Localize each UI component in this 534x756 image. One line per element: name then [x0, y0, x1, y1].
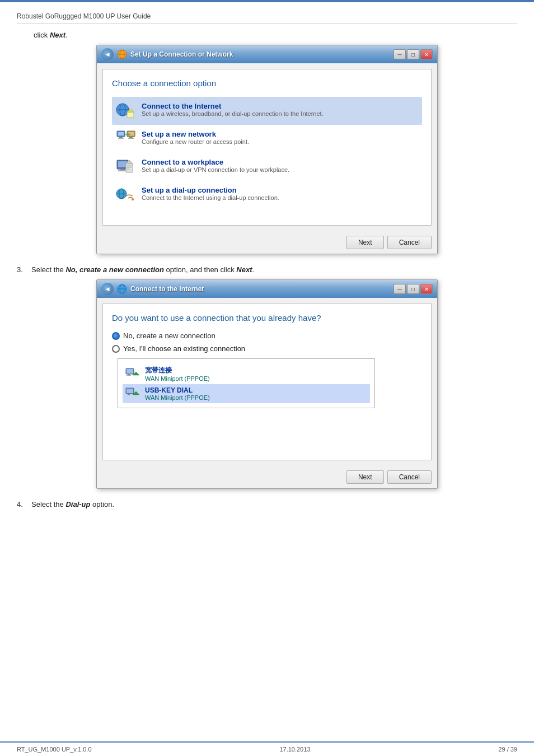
document-header-title: Robustel GoRuggged M1000 UP User Guide	[17, 8, 517, 24]
step3-number: 3.	[17, 265, 28, 274]
svg-rect-9	[118, 132, 124, 136]
option2-desc: Configure a new router or access point.	[142, 138, 418, 145]
svg-rect-36	[128, 374, 130, 375]
dialog1-close-button[interactable]: ✕	[420, 49, 433, 59]
dialog1-heading: Choose a connection option	[112, 78, 422, 88]
connection-item-broadband[interactable]: 宽带连接 WAN Miniport (PPPOE)	[123, 363, 370, 384]
dialup-icon	[116, 186, 136, 204]
dialog2-minimize-button[interactable]: ─	[394, 284, 406, 294]
svg-rect-10	[119, 137, 123, 138]
workplace-icon	[116, 158, 136, 176]
option-dialup[interactable]: Set up a dial-up connection Connect to t…	[112, 181, 422, 209]
dialog1-content: Choose a connection option Connect to th…	[102, 69, 432, 226]
radio-no-new-connection[interactable]: No, create a new connection	[112, 332, 422, 340]
dialog2-cancel-button[interactable]: Cancel	[387, 470, 432, 484]
option-connect-internet[interactable]: Connect to the Internet Set up a wireles…	[112, 97, 422, 125]
dialog2-restore-button[interactable]: □	[407, 284, 419, 294]
connect-internet-icon	[116, 102, 136, 120]
dialog1-minimize-button[interactable]: ─	[394, 49, 406, 59]
option3-title: Connect to a workplace	[142, 158, 418, 166]
step4-container: 4. Select the Dial-up option.	[17, 500, 517, 508]
step3-text: Select the No, create a new connection o…	[31, 265, 254, 274]
dialog1-title-icon	[117, 49, 127, 59]
option3-desc: Set up a dial-up or VPN connection to yo…	[142, 166, 418, 173]
dialog2-footer: Next Cancel	[97, 466, 437, 488]
dialog2-back-button[interactable]: ◄	[101, 283, 114, 295]
page-footer: RT_UG_M1000 UP_v.1.0.0 17.10.2013 29 / 3…	[0, 741, 534, 756]
setup-network-icon	[116, 130, 136, 148]
radio-no-new-connection-btn[interactable]	[112, 332, 120, 340]
svg-point-30	[132, 198, 134, 200]
dialog2-next-button[interactable]: Next	[346, 470, 384, 484]
svg-rect-6	[127, 112, 134, 118]
usbkey-conn-icon	[125, 387, 140, 400]
option1-desc: Set up a wireless, broadband, or dial-up…	[142, 110, 418, 117]
footer-doc-id: RT_UG_M1000 UP_v.1.0.0	[17, 746, 92, 753]
usbkey-text: USB-KEY DIAL WAN Miniport (PPPOE)	[145, 386, 210, 401]
broadband-text: 宽带连接 WAN Miniport (PPPOE)	[145, 366, 210, 382]
step3-bold1: No, create a new connection	[65, 265, 164, 274]
dialog1-cancel-button[interactable]: Cancel	[387, 236, 432, 249]
svg-rect-40	[127, 389, 133, 393]
radio-existing-connection[interactable]: Yes, I'll choose an existing connection	[112, 344, 422, 353]
option1-title: Connect to the Internet	[142, 102, 418, 110]
option4-desc: Connect to the Internet using a dial-up …	[142, 194, 418, 201]
dialog-set-up-connection: ◄ Set Up a Connection or Network ─ □ ✕ C…	[96, 45, 438, 254]
step4-text: Select the Dial-up option.	[31, 500, 114, 508]
svg-rect-37	[127, 375, 131, 376]
dialog2-title-text: Connect to the Internet	[130, 285, 204, 293]
option-workplace[interactable]: Connect to a workplace Set up a dial-up …	[112, 153, 422, 181]
intro-text: click Next.	[34, 31, 517, 39]
footer-date: 17.10.2013	[279, 746, 310, 753]
radio-existing-connection-label: Yes, I'll choose an existing connection	[123, 344, 245, 353]
dialog1-titlebar: ◄ Set Up a Connection or Network ─ □ ✕	[97, 45, 437, 63]
broadband-name: 宽带连接	[145, 366, 210, 375]
footer-page-number: 29 / 39	[498, 746, 517, 753]
dialog1-footer: Next Cancel	[97, 231, 437, 254]
option-setup-network[interactable]: Set up a new network Configure a new rou…	[112, 125, 422, 153]
intro-next-bold: Next	[50, 31, 65, 39]
dialog2-content: Do you want to use a connection that you…	[102, 304, 432, 460]
dialog2-titlebar: ◄ Connect to the Internet ─ □ ✕	[97, 280, 437, 298]
svg-rect-20	[120, 169, 125, 170]
broadband-conn-icon	[125, 367, 140, 381]
step3-container: 3. Select the No, create a new connectio…	[17, 265, 517, 274]
dialog1-restore-button[interactable]: □	[407, 49, 419, 59]
dialog2-close-button[interactable]: ✕	[420, 284, 433, 294]
svg-rect-22	[126, 164, 133, 172]
option2-title: Set up a new network	[142, 130, 418, 138]
usbkey-sub: WAN Miniport (PPPOE)	[145, 394, 210, 401]
usbkey-name: USB-KEY DIAL	[145, 386, 210, 394]
dialog2-title-icon	[117, 284, 127, 294]
svg-rect-11	[118, 138, 124, 139]
step3-bold2: Next	[236, 265, 252, 274]
step4-bold: Dial-up	[65, 500, 90, 508]
svg-rect-41	[128, 394, 130, 395]
connections-list: 宽带连接 WAN Miniport (PPPOE)	[118, 358, 375, 408]
radio-no-new-connection-label: No, create a new connection	[123, 332, 216, 340]
dialog-connect-internet: ◄ Connect to the Internet ─ □ ✕ Do you w…	[96, 279, 438, 489]
broadband-sub: WAN Miniport (PPPOE)	[145, 375, 210, 382]
svg-rect-35	[127, 369, 133, 374]
step4-number: 4.	[17, 500, 28, 508]
dialog2-heading: Do you want to use a connection that you…	[112, 313, 422, 323]
radio-existing-connection-btn[interactable]	[112, 345, 120, 353]
dialog1-next-button[interactable]: Next	[346, 236, 384, 249]
connection-item-usbkey[interactable]: USB-KEY DIAL WAN Miniport (PPPOE)	[123, 384, 370, 403]
dialog1-back-button[interactable]: ◄	[101, 48, 114, 60]
svg-rect-14	[129, 137, 133, 138]
svg-rect-42	[127, 395, 131, 395]
option4-title: Set up a dial-up connection	[142, 186, 418, 194]
svg-rect-15	[128, 138, 134, 139]
dialog1-title-text: Set Up a Connection or Network	[130, 50, 233, 58]
